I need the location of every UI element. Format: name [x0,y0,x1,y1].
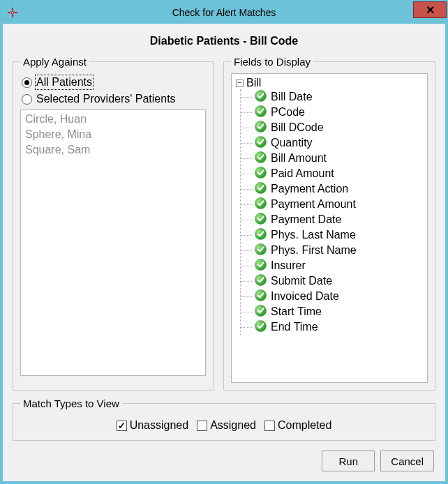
check-icon [255,151,267,166]
tree-root-label: Bill [246,77,261,89]
check-icon [255,213,267,227]
client-area: Diabetic Patients - Bill Code Apply Agai… [3,24,445,481]
page-title: Diabetic Patients - Bill Code [13,35,435,47]
tree-item[interactable]: PCode [241,105,423,120]
tree-item-label: Bill DCode [271,121,324,134]
match-types-legend: Match Types to View [20,398,122,409]
tree-item-label: Start Time [271,305,322,318]
tree-item[interactable]: Payment Amount [241,197,423,212]
providers-listbox[interactable]: Circle, HuanSphere, MinaSquare, Sam [20,109,206,376]
tree-item[interactable]: End Time [241,319,423,335]
app-icon [6,6,20,20]
check-icon [255,320,267,335]
tree-item[interactable]: Quantity [241,135,423,151]
fields-legend: Fields to Display [231,56,313,68]
apply-against-group: Apply Against All Patients Selected Prov… [13,56,214,391]
list-item[interactable]: Square, Sam [25,142,201,158]
tree-item-label: Invoiced Date [271,290,339,303]
window-title: Check for Alert Matches [1,7,447,18]
cancel-button[interactable]: Cancel [380,451,434,471]
tree-item[interactable]: Invoiced Date [241,289,423,304]
tree-item-label: Insurer [271,259,306,272]
tree-collapse-icon[interactable]: − [236,80,244,87]
radio-all-label: All Patients [36,76,92,89]
radio-icon [22,94,32,105]
match-option-label: Unassigned [130,419,189,432]
tree-item-label: Submit Date [271,275,332,287]
list-item[interactable]: Circle, Huan [25,112,201,127]
match-option[interactable]: Completed [264,419,331,432]
fields-tree[interactable]: − Bill Bill DatePCodeBill DCodeQuantityB… [231,73,428,383]
tree-item[interactable]: Paid Amount [241,166,423,181]
match-option-label: Assigned [210,419,256,432]
tree-item-label: Quantity [271,137,313,149]
svg-marker-2 [11,8,13,10]
checkbox-icon [117,421,127,431]
close-button[interactable]: ✕ [413,1,447,18]
match-option-label: Completed [278,419,331,432]
radio-selected-providers[interactable]: Selected Providers' Patients [22,93,206,105]
tree-item-label: Phys. First Name [271,244,357,257]
close-icon: ✕ [426,3,435,17]
tree-item-label: Payment Amount [271,198,356,211]
svg-point-6 [11,11,13,13]
svg-marker-4 [8,11,10,13]
check-icon [255,243,267,258]
tree-item-label: Payment Date [271,213,341,226]
tree-item[interactable]: Payment Action [241,181,423,197]
check-icon [255,90,267,105]
tree-item[interactable]: Start Time [241,304,423,319]
tree-item[interactable]: Payment Date [241,212,423,227]
tree-item-label: Bill Amount [271,152,327,165]
check-icon [255,182,267,197]
apply-against-legend: Apply Against [20,56,89,68]
check-icon [255,121,267,135]
radio-selected-label: Selected Providers' Patients [36,93,176,105]
tree-children: Bill DatePCodeBill DCodeQuantityBill Amo… [240,89,423,335]
checkbox-icon [197,421,207,431]
check-icon [255,167,267,181]
window-frame: Check for Alert Matches ✕ Diabetic Patie… [0,0,448,484]
match-option[interactable]: Unassigned [117,419,189,432]
checkbox-icon [264,421,275,431]
svg-marker-5 [15,11,17,13]
fields-group: Fields to Display − Bill Bill DatePCodeB… [223,56,435,391]
check-icon [255,274,267,289]
tree-item-label: Bill Date [271,91,313,103]
match-types-group: Match Types to View UnassignedAssignedCo… [13,398,435,441]
tree-item[interactable]: Phys. First Name [241,243,423,258]
tree-item[interactable]: Phys. Last Name [241,227,423,243]
svg-marker-3 [11,15,13,17]
run-button[interactable]: Run [322,451,375,471]
check-icon [255,228,267,243]
tree-item[interactable]: Bill DCode [241,120,423,135]
dialog-buttons: Run Cancel [322,451,434,471]
check-icon [255,136,267,151]
tree-root-row[interactable]: − Bill [236,77,423,89]
check-icon [255,197,267,212]
tree-item-label: PCode [271,106,305,119]
check-icon [255,259,267,273]
radio-icon [22,77,32,88]
tree-item[interactable]: Submit Date [241,273,423,289]
list-item[interactable]: Sphere, Mina [25,127,201,142]
tree-item[interactable]: Bill Amount [241,151,423,166]
titlebar: Check for Alert Matches ✕ [1,1,447,24]
tree-item-label: Payment Action [271,183,348,195]
match-option[interactable]: Assigned [197,419,256,432]
tree-item-label: Paid Amount [271,167,334,180]
radio-all-patients[interactable]: All Patients [22,76,206,89]
tree-item[interactable]: Insurer [241,258,423,273]
check-icon [255,305,267,319]
match-types-row: UnassignedAssignedCompleted [20,415,428,433]
check-icon [255,105,267,120]
tree-item-label: Phys. Last Name [271,229,356,241]
check-icon [255,289,267,304]
tree-item-label: End Time [271,321,318,333]
tree-item[interactable]: Bill Date [241,89,423,105]
